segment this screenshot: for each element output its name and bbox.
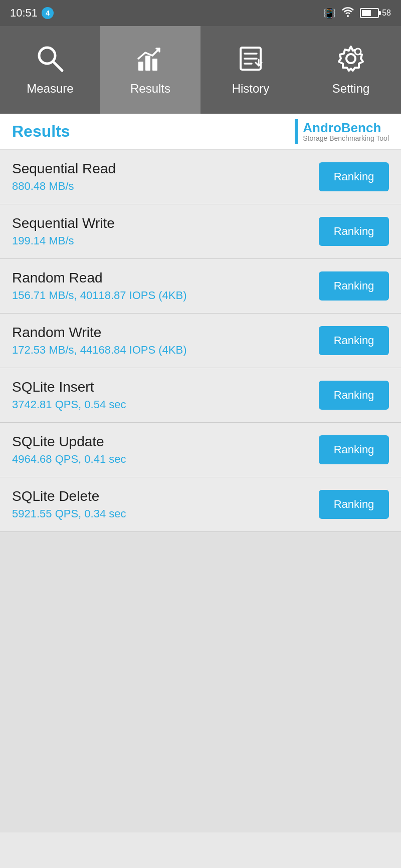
page-title: Results	[12, 122, 70, 141]
tab-measure-label: Measure	[27, 82, 73, 96]
result-item: Sequential Write 199.14 MB/s Ranking	[0, 204, 401, 259]
vibrate-icon: 📳	[323, 7, 336, 19]
logo-text: AndroBench Storage Benchmarking Tool	[303, 121, 389, 143]
svg-rect-2	[138, 62, 143, 71]
svg-point-10	[346, 54, 355, 63]
svg-line-1	[53, 62, 62, 71]
svg-rect-4	[152, 59, 157, 71]
ranking-button[interactable]: Ranking	[319, 271, 389, 301]
ranking-button[interactable]: Ranking	[319, 326, 389, 355]
tab-setting-label: Setting	[332, 82, 370, 96]
result-info: SQLite Insert 3742.81 QPS, 0.54 sec	[12, 379, 126, 411]
result-name: SQLite Delete	[12, 488, 126, 504]
ranking-button[interactable]: Ranking	[319, 381, 389, 410]
tab-history[interactable]: History	[200, 26, 301, 114]
result-item: Sequential Read 880.48 MB/s Ranking	[0, 150, 401, 204]
status-left: 10:51 4	[10, 7, 54, 20]
result-item: SQLite Delete 5921.55 QPS, 0.34 sec Rank…	[0, 477, 401, 532]
logo-bar	[295, 119, 298, 144]
notification-badge: 4	[42, 7, 54, 19]
result-value: 156.71 MB/s, 40118.87 IOPS (4KB)	[12, 289, 187, 302]
result-value: 199.14 MB/s	[12, 234, 115, 247]
tab-results-label: Results	[130, 82, 170, 96]
result-info: Sequential Write 199.14 MB/s	[12, 215, 115, 247]
result-name: SQLite Update	[12, 434, 126, 450]
battery-text: 58	[382, 9, 391, 18]
result-value: 4964.68 QPS, 0.41 sec	[12, 453, 126, 466]
result-name: Random Read	[12, 270, 187, 286]
result-item: SQLite Update 4964.68 QPS, 0.41 sec Rank…	[0, 423, 401, 477]
result-info: SQLite Update 4964.68 QPS, 0.41 sec	[12, 434, 126, 466]
ranking-button[interactable]: Ranking	[319, 490, 389, 519]
logo-container: AndroBench Storage Benchmarking Tool	[295, 119, 389, 144]
result-item: Random Write 172.53 MB/s, 44168.84 IOPS …	[0, 314, 401, 368]
status-time: 10:51	[10, 7, 38, 20]
setting-icon	[337, 45, 365, 77]
result-info: SQLite Delete 5921.55 QPS, 0.34 sec	[12, 488, 126, 520]
result-value: 5921.55 QPS, 0.34 sec	[12, 507, 126, 520]
result-name: Random Write	[12, 325, 187, 341]
tab-history-label: History	[232, 82, 270, 96]
bottom-space	[0, 532, 401, 832]
ranking-button[interactable]: Ranking	[319, 217, 389, 246]
history-icon	[237, 45, 265, 77]
measure-icon	[36, 45, 64, 77]
battery-container: 58	[360, 8, 391, 18]
status-right: 📳 58	[323, 7, 391, 20]
results-list: Sequential Read 880.48 MB/s Ranking Sequ…	[0, 150, 401, 532]
logo-sub: Storage Benchmarking Tool	[303, 135, 389, 142]
result-item: SQLite Insert 3742.81 QPS, 0.54 sec Rank…	[0, 368, 401, 423]
result-name: SQLite Insert	[12, 379, 126, 395]
result-value: 880.48 MB/s	[12, 180, 116, 193]
tab-measure[interactable]: Measure	[0, 26, 100, 114]
result-value: 3742.81 QPS, 0.54 sec	[12, 398, 126, 411]
wifi-icon	[341, 7, 355, 20]
result-item: Random Read 156.71 MB/s, 40118.87 IOPS (…	[0, 259, 401, 314]
status-bar: 10:51 4 📳 58	[0, 0, 401, 26]
battery-icon	[360, 8, 379, 18]
result-value: 172.53 MB/s, 44168.84 IOPS (4KB)	[12, 344, 187, 357]
result-info: Sequential Read 880.48 MB/s	[12, 161, 116, 193]
ranking-button[interactable]: Ranking	[319, 162, 389, 191]
svg-rect-3	[145, 56, 150, 71]
tab-results[interactable]: Results	[100, 26, 200, 114]
tab-setting[interactable]: Setting	[301, 26, 401, 114]
results-icon	[136, 45, 164, 77]
page-header: Results AndroBench Storage Benchmarking …	[0, 114, 401, 150]
ranking-button[interactable]: Ranking	[319, 435, 389, 464]
result-info: Random Write 172.53 MB/s, 44168.84 IOPS …	[12, 325, 187, 357]
result-info: Random Read 156.71 MB/s, 40118.87 IOPS (…	[12, 270, 187, 302]
logo-brand: AndroBench	[303, 121, 389, 135]
result-name: Sequential Read	[12, 161, 116, 177]
nav-tabs: Measure Results History	[0, 26, 401, 114]
result-name: Sequential Write	[12, 215, 115, 231]
svg-point-11	[355, 49, 361, 55]
